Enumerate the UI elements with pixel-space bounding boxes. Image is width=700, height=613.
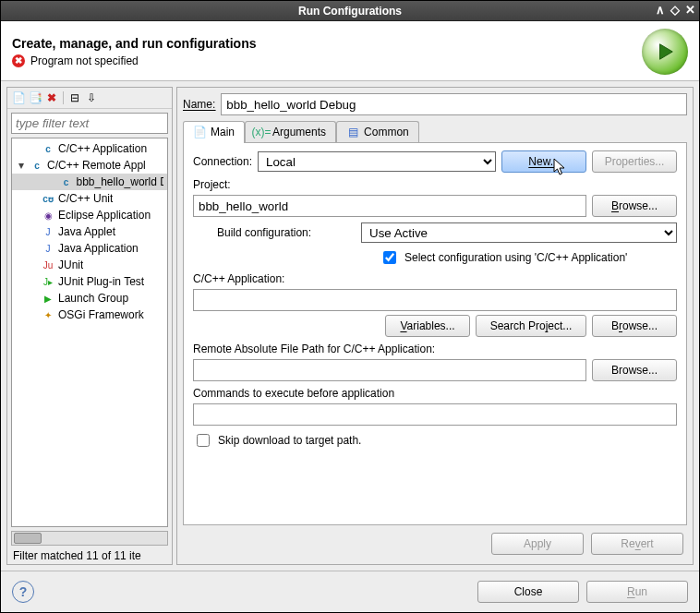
new-config-icon[interactable]: 📄 xyxy=(11,90,26,105)
error-row: ✖ Program not specified xyxy=(12,54,257,67)
error-text: Program not specified xyxy=(30,54,139,67)
capp-input[interactable] xyxy=(193,289,677,311)
run-configurations-window: Run Configurations ∧ ◇ ✕ Create, manage,… xyxy=(0,0,700,613)
titlebar: Run Configurations ∧ ◇ ✕ xyxy=(1,1,699,21)
window-title: Run Configurations xyxy=(298,5,402,18)
tab-common[interactable]: ▤ Common xyxy=(336,121,419,142)
svg-marker-0 xyxy=(660,44,673,60)
name-input[interactable] xyxy=(221,93,687,115)
close-button[interactable]: Close xyxy=(477,581,579,603)
help-icon[interactable]: ? xyxy=(12,581,34,603)
close-icon[interactable]: ✕ xyxy=(685,3,695,17)
connection-new-button[interactable]: New... xyxy=(501,150,586,173)
config-tree[interactable]: cC/C++ Application▾cC/C++ Remote Applcbb… xyxy=(11,138,168,527)
duplicate-icon[interactable]: 📑 xyxy=(28,90,42,105)
connection-select[interactable]: Local xyxy=(258,151,496,172)
common-tab-icon: ▤ xyxy=(346,126,359,138)
capp-label: C/C++ Application: xyxy=(193,272,677,285)
connection-label: Connection: xyxy=(193,155,252,168)
left-toolbar: 📄 📑 ✖ ⊟ ⇩ xyxy=(7,88,172,109)
variables-button[interactable]: Variables... xyxy=(385,315,470,337)
tab-arguments[interactable]: (x)= Arguments xyxy=(245,121,336,142)
filter-match-text: Filter matched 11 of 11 ite xyxy=(7,547,172,564)
filter-icon[interactable]: ⇩ xyxy=(84,90,99,105)
tabbar: 📄 Main (x)= Arguments ▤ Common xyxy=(183,121,687,143)
window-controls: ∧ ◇ ✕ xyxy=(656,3,695,17)
revert-button: Revert xyxy=(591,533,683,555)
tree-item[interactable]: ▾cC/C++ Remote Appl xyxy=(12,157,167,174)
project-label: Project: xyxy=(193,178,677,191)
h-scrollbar[interactable] xyxy=(11,531,168,546)
arguments-tab-icon: (x)= xyxy=(255,126,268,138)
build-config-label: Build configuration: xyxy=(217,226,356,239)
header: Create, manage, and run configurations ✖… xyxy=(1,21,699,81)
project-input[interactable] xyxy=(193,195,586,217)
tree-item[interactable]: cʊC/C++ Unit xyxy=(12,190,167,207)
remote-browse-button[interactable]: Browse... xyxy=(592,359,677,381)
tree-item[interactable]: ✦OSGi Framework xyxy=(12,306,167,323)
run-button: Run xyxy=(586,581,688,603)
collapse-icon[interactable]: ⊟ xyxy=(67,90,82,105)
tree-item[interactable]: J▸JUnit Plug-in Test xyxy=(12,273,167,290)
name-label: Name: xyxy=(183,98,215,111)
left-pane: 📄 📑 ✖ ⊟ ⇩ cC/C++ Application▾cC/C++ Remo… xyxy=(6,87,173,565)
project-browse-button[interactable]: Browse... xyxy=(592,195,677,217)
minimize-icon[interactable]: ∧ xyxy=(656,3,665,17)
remote-path-input[interactable] xyxy=(193,359,586,381)
main-tab-panel: Connection: Local New... Properties... P… xyxy=(183,143,687,525)
tree-item[interactable]: ▶Launch Group xyxy=(12,290,167,306)
tab-main[interactable]: 📄 Main xyxy=(183,121,245,142)
tree-item[interactable]: JJava Applet xyxy=(12,223,167,240)
apply-button: Apply xyxy=(491,533,584,555)
filter-input[interactable] xyxy=(11,113,168,134)
build-config-select[interactable]: Use Active xyxy=(361,222,677,243)
run-icon xyxy=(642,29,688,75)
error-icon: ✖ xyxy=(12,54,25,67)
delete-icon[interactable]: ✖ xyxy=(44,90,59,105)
capp-browse-button[interactable]: Browse... xyxy=(592,315,677,337)
commands-label: Commands to execute before application xyxy=(193,387,677,400)
tree-item[interactable]: JJava Application xyxy=(12,240,167,257)
connection-properties-button: Properties... xyxy=(592,150,677,173)
remote-path-label: Remote Absolute File Path for C/C++ Appl… xyxy=(193,343,677,355)
main-tab-icon: 📄 xyxy=(193,126,206,138)
right-pane: Name: 📄 Main (x)= Arguments ▤ Common xyxy=(176,87,694,565)
commands-input[interactable] xyxy=(193,403,677,426)
skip-download-checkbox[interactable]: Skip download to target path. xyxy=(193,431,677,450)
tree-item[interactable]: cbbb_hello_world D xyxy=(12,174,167,190)
select-config-checkbox[interactable]: Select configuration using 'C/C++ Applic… xyxy=(380,248,627,267)
maximize-icon[interactable]: ◇ xyxy=(670,3,680,17)
search-project-button[interactable]: Search Project... xyxy=(476,315,586,337)
tree-item[interactable]: cC/C++ Application xyxy=(12,140,167,157)
tree-item[interactable]: JuJUnit xyxy=(12,257,167,273)
header-title: Create, manage, and run configurations xyxy=(12,36,257,51)
tree-item[interactable]: ◉Eclipse Application xyxy=(12,207,167,223)
bottom-bar: ? Close Run xyxy=(1,571,699,612)
